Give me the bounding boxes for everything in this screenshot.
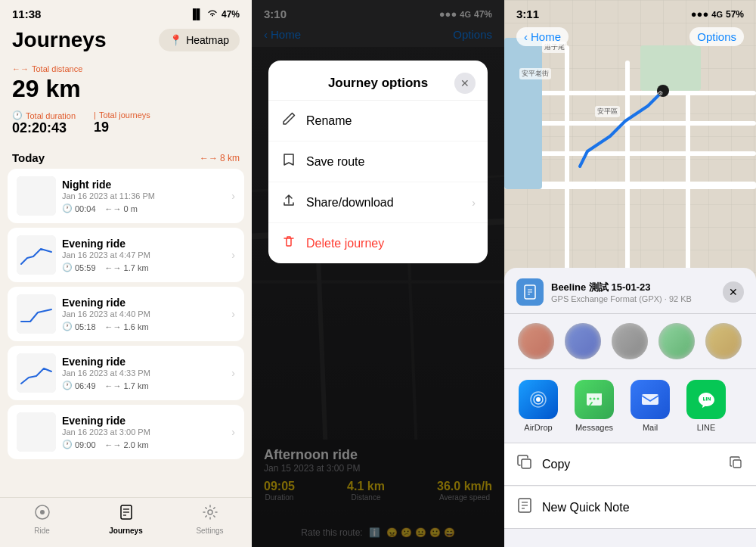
line-app[interactable]: LINE — [684, 380, 728, 432]
share-sheet: Beeline 測試 15-01-23 GPS Exchange Format … — [504, 268, 756, 547]
copy-action[interactable]: Copy — [504, 443, 756, 486]
avatar-item-2[interactable] — [563, 323, 603, 359]
quick-note-action[interactable]: New Quick Note — [504, 486, 756, 529]
avatar-4 — [658, 323, 695, 359]
time-3: 3:11 — [516, 8, 539, 20]
status-bar-1: 11:38 ▐▌ 47% — [0, 0, 252, 25]
journey-info-5: Evening ride Jan 16 2023 at 3:00 PM 🕐09:… — [62, 415, 225, 449]
file-meta: GPS Exchange Format (GPX) · 92 KB — [551, 294, 692, 303]
avatar-2 — [565, 323, 601, 359]
svg-point-28 — [597, 398, 600, 400]
svg-point-26 — [590, 398, 592, 400]
journey-options-modal: Journey options ✕ Rename Save route — [268, 61, 488, 263]
avatar-item-3[interactable] — [610, 323, 649, 359]
options-button-3[interactable]: Options — [689, 27, 744, 46]
share-avatars — [504, 314, 756, 369]
quick-note-icon — [516, 497, 533, 517]
rename-icon — [280, 111, 297, 130]
mail-icon — [631, 380, 670, 419]
messages-app[interactable]: Messages — [572, 380, 616, 432]
svg-text:⚙: ⚙ — [658, 90, 663, 97]
status-bar-3: 3:11 ●●● 4G 57% — [504, 0, 756, 25]
chevron-icon-5: › — [231, 426, 235, 438]
today-distance: ←→ 8 km — [200, 153, 240, 163]
modal-close-button[interactable]: ✕ — [454, 73, 476, 94]
today-label: Today — [12, 151, 45, 164]
journey-thumbnail-2 — [17, 235, 56, 275]
journey-item[interactable]: Evening ride Jan 16 2023 at 4:47 PM 🕐05:… — [8, 228, 244, 282]
back-button-3[interactable]: ‹ Home — [516, 27, 569, 46]
share-actions: Copy New Quick Note — [504, 443, 756, 529]
journeys-header: Journeys 📍 Heatmap — [0, 25, 252, 58]
heatmap-icon: 📍 — [169, 34, 182, 46]
avatar-item-1[interactable] — [516, 323, 556, 359]
modal-header: Journey options ✕ — [268, 61, 488, 101]
journeys-icon — [118, 504, 135, 524]
journeys-panel: 11:38 ▐▌ 47% Journeys 📍 Heatmap ←→ Total… — [0, 0, 252, 547]
tab-journeys[interactable]: Journeys — [104, 504, 149, 535]
signal-icon-3: ●●● — [691, 8, 709, 20]
settings-icon — [202, 504, 218, 524]
copy-icon — [516, 454, 533, 474]
avatar-item-4[interactable] — [657, 323, 696, 359]
share-nav: ‹ Home Options — [504, 24, 756, 49]
svg-rect-4 — [17, 412, 56, 452]
journey-item[interactable]: Evening ride Jan 16 2023 at 3:00 PM 🕐09:… — [8, 405, 244, 459]
airdrop-icon — [519, 380, 558, 419]
avatar-5 — [705, 323, 742, 359]
status-icons-1: ▐▌ 47% — [190, 8, 240, 20]
mail-label: Mail — [643, 423, 658, 432]
svg-rect-29 — [642, 394, 658, 405]
share-close-button[interactable]: ✕ — [723, 281, 744, 303]
svg-rect-31 — [733, 460, 741, 468]
svg-rect-3 — [17, 353, 56, 393]
tab-ride-label: Ride — [34, 527, 50, 535]
rename-option[interactable]: Rename — [268, 101, 488, 141]
heatmap-button[interactable]: 📍 Heatmap — [159, 29, 240, 51]
delete-icon — [280, 234, 297, 253]
waterway — [504, 38, 542, 189]
journey-info-4: Evening ride Jan 16 2023 at 4:33 PM 🕐06:… — [62, 356, 225, 390]
duration-stat: 🕐 Total duration 02:20:43 — [12, 110, 76, 136]
chevron-icon-2: › — [231, 249, 235, 261]
messages-label: Messages — [575, 423, 613, 432]
chevron-icon-4: › — [231, 367, 235, 379]
mail-app[interactable]: Mail — [628, 380, 672, 432]
chevron-icon-1: › — [231, 190, 235, 202]
tab-settings[interactable]: Settings — [187, 504, 233, 535]
avatar-3 — [612, 323, 648, 359]
save-route-option[interactable]: Save route — [268, 141, 488, 182]
avatar-1 — [518, 323, 554, 359]
journey-info-3: Evening ride Jan 16 2023 at 4:40 PM 🕐05:… — [62, 297, 225, 331]
line-label: LINE — [697, 423, 715, 432]
share-file-info: Beeline 測試 15-01-23 GPS Exchange Format … — [504, 268, 756, 314]
share-download-option[interactable]: Share/download › — [268, 182, 488, 223]
share-icon — [280, 193, 297, 212]
rename-label: Rename — [306, 114, 476, 128]
duration-value: 02:20:43 — [12, 120, 76, 136]
airdrop-label: AirDrop — [524, 423, 552, 432]
svg-point-27 — [593, 398, 596, 400]
svg-point-11 — [208, 510, 212, 514]
airdrop-app[interactable]: AirDrop — [516, 380, 560, 432]
signal-icon-1: ▐▌ — [190, 8, 203, 20]
tab-ride[interactable]: Ride — [20, 504, 65, 535]
journey-item[interactable]: Evening ride Jan 16 2023 at 4:33 PM 🕐06:… — [8, 346, 244, 400]
file-info-left: Beeline 測試 15-01-23 GPS Exchange Format … — [516, 278, 692, 306]
journey-item[interactable]: Evening ride Jan 16 2023 at 4:40 PM 🕐05:… — [8, 287, 244, 341]
delete-journey-option[interactable]: Delete journey — [268, 223, 488, 263]
journeys-title: Journeys — [12, 28, 107, 52]
file-name: Beeline 測試 15-01-23 — [551, 281, 692, 294]
tab-settings-label: Settings — [196, 527, 223, 535]
ride-icon — [34, 504, 51, 524]
share-download-label: Share/download — [306, 196, 463, 210]
route-svg: ⚙ — [550, 45, 701, 197]
map-label-1: 安平老街 — [519, 68, 551, 79]
stats-section: ←→ Total distance 29 km 🕐 Total duration… — [0, 58, 252, 145]
journeys-count: 19 — [94, 120, 150, 135]
svg-rect-0 — [17, 176, 56, 216]
avatar-item-5[interactable] — [704, 323, 743, 359]
journey-item[interactable]: Night ride Jan 16 2023 at 11:36 PM 🕐00:0… — [8, 169, 244, 223]
tab-journeys-label: Journeys — [109, 527, 142, 535]
chevron-icon-3: › — [231, 308, 235, 320]
